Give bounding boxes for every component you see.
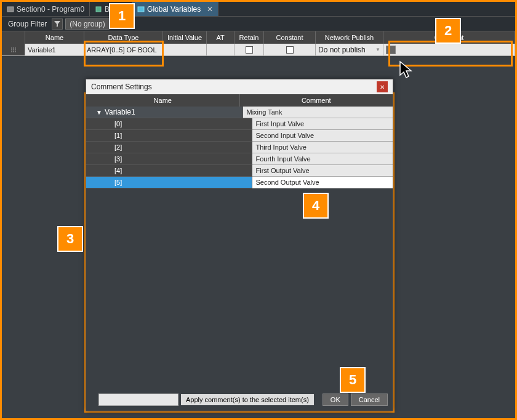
root-comment[interactable]: Mixing Tank	[243, 107, 393, 118]
svg-point-3	[11, 47, 12, 49]
dialog-item-row[interactable]: [4] First Output Valve	[86, 165, 393, 177]
cell-comment[interactable]	[383, 44, 515, 55]
cell-initial-value[interactable]	[163, 44, 207, 55]
svg-point-10	[15, 49, 16, 50]
item-comment[interactable]: Second Input Valve	[252, 130, 393, 142]
comment-settings-dialog: Comment Settings ✕ Name Comment ▼Variabl…	[86, 79, 393, 411]
header-retain[interactable]: Retain	[234, 31, 264, 44]
comment-edit-button[interactable]	[386, 46, 396, 54]
callout-4: 4	[303, 193, 329, 219]
root-name: Variable1	[105, 108, 135, 116]
callout-1: 1	[109, 3, 135, 29]
svg-point-6	[13, 47, 14, 49]
drag-icon	[10, 46, 17, 54]
dialog-item-row[interactable]: [0] First Input Valve	[86, 118, 393, 130]
dialog-titlebar[interactable]: Comment Settings ✕	[86, 79, 393, 94]
funnel-icon	[54, 21, 60, 27]
chevron-down-icon: ▼	[375, 47, 380, 52]
callout-2: 2	[435, 18, 461, 44]
svg-point-9	[15, 47, 16, 49]
header-initial-value[interactable]: Initial Value	[163, 31, 207, 44]
dialog-body: ▼Variable1 Mixing Tank [0] First Input V…	[86, 107, 393, 382]
item-comment[interactable]: First Input Valve	[252, 118, 393, 130]
header-network-publish[interactable]: Network Publish	[316, 31, 383, 44]
header-datatype[interactable]: Data Type	[84, 31, 163, 44]
dialog-root-row[interactable]: ▼Variable1 Mixing Tank	[86, 107, 393, 118]
dialog-footer: Apply comment(s) to the selected item(s)…	[98, 394, 388, 406]
close-icon[interactable]: ✕	[207, 5, 213, 14]
cell-network-publish[interactable]: Do not publish ▼	[316, 44, 383, 55]
cell-at[interactable]	[207, 44, 234, 55]
dialog-item-row[interactable]: [1] Second Input Valve	[86, 130, 393, 142]
tab-bar: Section0 - Program0 Block0 Global Variab…	[2, 2, 515, 17]
item-index: [4]	[86, 165, 252, 177]
svg-point-7	[13, 49, 14, 50]
svg-rect-2	[138, 7, 144, 12]
svg-rect-0	[7, 7, 14, 12]
dialog-item-row[interactable]: [3] Fourth Input Valve	[86, 153, 393, 165]
callout-3: 3	[57, 226, 83, 252]
tab-global-variables[interactable]: Global Variables ✕	[132, 2, 218, 16]
item-comment[interactable]: Fourth Input Valve	[252, 153, 393, 165]
dialog-close-button[interactable]: ✕	[377, 81, 388, 92]
tab-label: Section0 - Program0	[17, 5, 84, 14]
expand-triangle-icon[interactable]: ▼	[96, 109, 102, 116]
svg-point-4	[11, 49, 12, 50]
callout-5: 5	[340, 367, 366, 393]
dialog-header-row: Name Comment	[86, 94, 393, 107]
item-comment[interactable]: Second Output Valve	[252, 177, 393, 188]
apply-comment-button[interactable]: Apply comment(s) to the selected item(s)	[181, 394, 314, 405]
item-index: [2]	[86, 142, 252, 153]
dialog-header-name[interactable]: Name	[86, 94, 240, 107]
dialog-item-row[interactable]: [2] Third Input Valve	[86, 142, 393, 153]
svg-point-11	[15, 51, 16, 52]
filter-group-dropdown[interactable]: (No group)	[65, 18, 109, 30]
checkbox-icon[interactable]	[286, 46, 294, 54]
section-icon	[7, 6, 14, 13]
cell-retain[interactable]	[234, 44, 264, 55]
item-index: [5]	[86, 177, 252, 188]
item-comment[interactable]: Third Input Valve	[252, 142, 393, 153]
filter-value: (No group)	[70, 20, 105, 28]
filter-icon-button[interactable]	[52, 18, 63, 30]
tab-section0[interactable]: Section0 - Program0	[2, 2, 90, 16]
cursor-icon	[399, 60, 415, 80]
header-handle	[2, 31, 25, 44]
checkbox-icon[interactable]	[246, 46, 253, 54]
dialog-item-row-selected[interactable]: [5] Second Output Valve	[86, 177, 393, 188]
variables-icon	[137, 6, 145, 13]
item-comment[interactable]: First Output Valve	[252, 165, 393, 177]
footer-input[interactable]	[98, 394, 178, 406]
item-index: [0]	[86, 118, 252, 130]
item-index: [3]	[86, 153, 252, 165]
tab-label: Global Variables	[147, 5, 201, 14]
header-constant[interactable]: Constant	[264, 31, 316, 44]
svg-point-5	[11, 51, 12, 52]
svg-rect-1	[96, 7, 101, 12]
ok-button[interactable]: OK	[323, 394, 348, 406]
row-handle[interactable]	[2, 44, 25, 55]
dialog-header-comment[interactable]: Comment	[240, 94, 393, 107]
header-name[interactable]: Name	[25, 31, 84, 44]
filter-label: Group Filter	[6, 20, 49, 28]
svg-point-8	[13, 51, 14, 52]
variable-row[interactable]: Variable1 ARRAY[0..5] OF BOOL Do not pub…	[2, 44, 515, 56]
netpub-value: Do not publish	[318, 46, 366, 54]
cell-datatype[interactable]: ARRAY[0..5] OF BOOL	[84, 44, 163, 55]
item-index: [1]	[86, 130, 252, 142]
header-at[interactable]: AT	[207, 31, 234, 44]
dialog-title-text: Comment Settings	[91, 83, 152, 91]
cancel-button[interactable]: Cancel	[351, 394, 388, 406]
cell-constant[interactable]	[264, 44, 316, 55]
cell-name[interactable]: Variable1	[25, 44, 84, 55]
block-icon	[95, 6, 102, 13]
